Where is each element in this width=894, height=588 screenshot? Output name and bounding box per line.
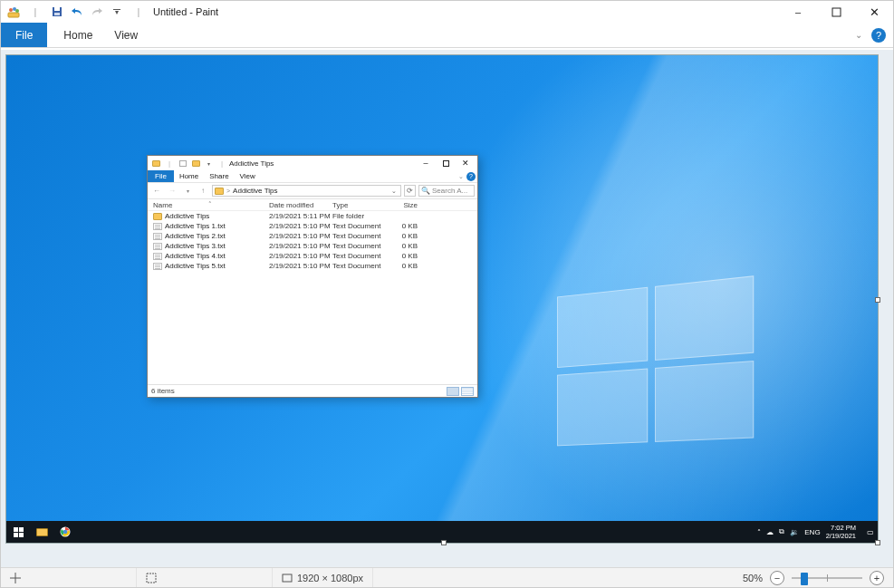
- explorer-statusbar: 6 items: [148, 384, 477, 397]
- explorer-close-button[interactable]: ✕: [456, 157, 476, 169]
- maximize-button[interactable]: [817, 1, 855, 23]
- file-size: 0 KB: [387, 222, 423, 230]
- nav-forward-button[interactable]: →: [166, 185, 178, 198]
- nav-up-button[interactable]: ↑: [197, 185, 209, 198]
- file-type: Text Document: [332, 222, 387, 230]
- canvas-handle-corner[interactable]: [875, 540, 880, 545]
- explorer-address-bar: ← → ▾ ↑ > Addictive Tips ⌄ ⟳ 🔍 Search A.…: [148, 183, 477, 199]
- explorer-columns: Name˄ Date modified Type Size: [148, 199, 477, 211]
- explorer-quick2-icon[interactable]: [189, 157, 202, 169]
- column-name[interactable]: Name˄: [153, 201, 269, 209]
- tray-clock[interactable]: 7:02 PM 2/19/2021: [826, 524, 861, 540]
- search-input[interactable]: 🔍 Search A...: [418, 185, 475, 197]
- close-button[interactable]: ✕: [855, 1, 893, 23]
- help-button[interactable]: ?: [871, 28, 886, 43]
- paint-ribbon: File Home View ⌄ ?: [1, 23, 893, 48]
- view-details-button[interactable]: [461, 387, 474, 396]
- file-row[interactable]: Addictive Tips2/19/2021 5:11 PMFile fold…: [148, 211, 477, 221]
- tray-volume-icon[interactable]: 🔉: [790, 528, 799, 536]
- tray-date: 2/19/2021: [826, 532, 856, 540]
- start-button[interactable]: [6, 521, 30, 543]
- nav-back-button[interactable]: ←: [150, 185, 163, 198]
- explorer-tab-home[interactable]: Home: [174, 170, 204, 182]
- explorer-tab-share[interactable]: Share: [204, 170, 234, 182]
- folder-icon: [215, 188, 224, 195]
- view-thumbnails-button[interactable]: [447, 387, 459, 396]
- canvas-handle-right[interactable]: [875, 297, 880, 303]
- explorer-qat-customize[interactable]: ▾: [202, 157, 215, 169]
- redo-button[interactable]: [88, 3, 106, 21]
- column-type[interactable]: Type: [332, 201, 387, 209]
- minimize-button[interactable]: –: [779, 1, 817, 23]
- explorer-minimize-button[interactable]: –: [416, 157, 436, 169]
- save-button[interactable]: [48, 3, 66, 21]
- explorer-file-list: Addictive Tips2/19/2021 5:11 PMFile fold…: [148, 211, 477, 384]
- text-file-icon: [153, 263, 162, 270]
- file-row[interactable]: Addictive Tips 1.txt2/19/2021 5:10 PMTex…: [148, 221, 477, 231]
- separator: |: [130, 3, 148, 21]
- crosshair-icon: [10, 573, 21, 583]
- canvas-size-icon: [282, 573, 293, 583]
- status-selection-size: [137, 568, 273, 587]
- paint-canvas[interactable]: | ▾ | Addictive Tips – ✕ File Home Share: [6, 55, 878, 543]
- column-date[interactable]: Date modified: [269, 201, 332, 209]
- tray-notifications-icon[interactable]: ▭: [867, 528, 874, 536]
- file-size: 0 KB: [387, 262, 423, 270]
- zoom-out-button[interactable]: −: [770, 571, 784, 585]
- tray-time: 7:02 PM: [826, 524, 856, 532]
- undo-button[interactable]: [68, 3, 86, 21]
- file-row[interactable]: Addictive Tips 5.txt2/19/2021 5:10 PMTex…: [148, 261, 477, 271]
- file-size: 0 KB: [387, 242, 423, 250]
- tray-network-icon[interactable]: ⧉: [779, 527, 784, 536]
- explorer-help-button[interactable]: ?: [466, 172, 476, 181]
- file-explorer-window: | ▾ | Addictive Tips – ✕ File Home Share: [147, 155, 478, 398]
- taskbar-explorer-button[interactable]: [30, 521, 53, 543]
- explorer-tab-view[interactable]: View: [235, 170, 261, 182]
- explorer-maximize-button[interactable]: [436, 157, 456, 169]
- tab-view[interactable]: View: [103, 23, 149, 47]
- search-icon: 🔍: [421, 187, 430, 195]
- breadcrumb[interactable]: > Addictive Tips ⌄: [212, 185, 401, 197]
- tray-chevron-icon[interactable]: ˄: [757, 528, 761, 536]
- paint-statusbar: 1920 × 1080px 50% − +: [1, 567, 893, 587]
- qat-customize-button[interactable]: ▾: [108, 3, 126, 21]
- explorer-quick1-icon[interactable]: [177, 157, 189, 169]
- paint-app-icon: [5, 3, 23, 21]
- file-type: File folder: [332, 212, 387, 220]
- canvas-size-label: 1920 × 1080px: [297, 573, 363, 583]
- file-size: 0 KB: [387, 232, 423, 240]
- file-row[interactable]: Addictive Tips 3.txt2/19/2021 5:10 PMTex…: [148, 241, 477, 251]
- text-file-icon: [153, 223, 162, 230]
- tab-file[interactable]: File: [1, 23, 47, 47]
- tab-home[interactable]: Home: [53, 23, 103, 47]
- file-date: 2/19/2021 5:10 PM: [269, 252, 332, 260]
- tray-language[interactable]: ENG: [804, 528, 820, 536]
- text-file-icon: [153, 253, 162, 260]
- svg-rect-7: [832, 8, 841, 16]
- zoom-in-button[interactable]: +: [870, 571, 884, 585]
- svg-rect-9: [14, 527, 18, 532]
- status-canvas-size: 1920 × 1080px: [273, 568, 373, 587]
- explorer-tab-file[interactable]: File: [148, 170, 174, 182]
- column-size[interactable]: Size: [387, 201, 423, 209]
- taskbar-chrome-button[interactable]: [53, 521, 77, 543]
- tray-onedrive-icon[interactable]: ☁: [766, 528, 774, 536]
- ribbon-collapse-icon[interactable]: ⌄: [855, 30, 862, 40]
- svg-rect-11: [14, 533, 18, 537]
- canvas-handle-bottom[interactable]: [441, 540, 447, 545]
- breadcrumb-dropdown-icon[interactable]: ⌄: [389, 188, 399, 195]
- file-name: Addictive Tips 1.txt: [165, 222, 269, 230]
- refresh-button[interactable]: ⟳: [404, 185, 416, 197]
- system-tray: ˄ ☁ ⧉ 🔉 ENG 7:02 PM 2/19/2021 ▭: [757, 524, 878, 540]
- nav-recent-button[interactable]: ▾: [181, 185, 194, 198]
- zoom-slider[interactable]: [792, 573, 862, 583]
- file-name: Addictive Tips 2.txt: [165, 232, 269, 240]
- status-cursor-pos: [1, 568, 137, 587]
- file-row[interactable]: Addictive Tips 4.txt2/19/2021 5:10 PMTex…: [148, 251, 477, 261]
- window-title: Untitled - Paint: [153, 6, 218, 17]
- explorer-ribbon-collapse[interactable]: ⌄: [458, 173, 464, 180]
- breadcrumb-folder[interactable]: Addictive Tips: [233, 187, 277, 195]
- svg-rect-5: [54, 7, 60, 11]
- file-name: Addictive Tips 3.txt: [165, 242, 269, 250]
- file-row[interactable]: Addictive Tips 2.txt2/19/2021 5:10 PMTex…: [148, 231, 477, 241]
